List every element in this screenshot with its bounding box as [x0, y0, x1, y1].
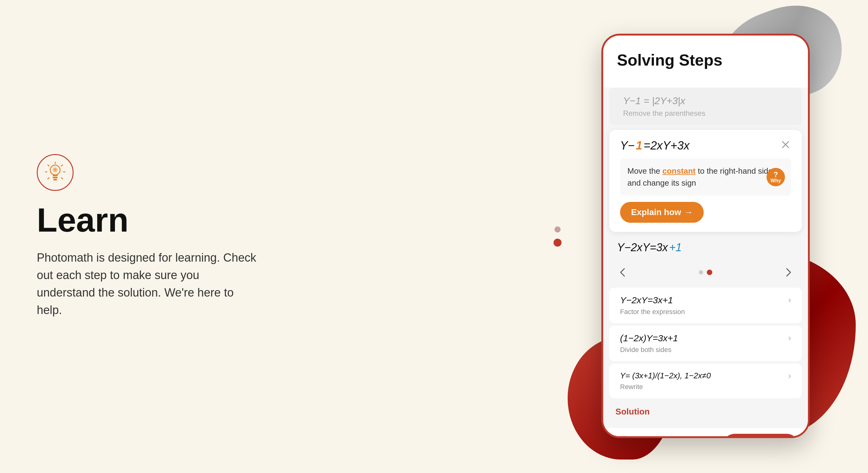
- eq-part-2: =2xY+3x: [644, 139, 690, 152]
- page-dot-1[interactable]: [699, 270, 703, 275]
- next-eq-part1: Y−2xY=3x: [617, 241, 668, 254]
- step-list-content-3: Y= (3x+1)/(1−2x), 1−2x≠0 Rewrite: [620, 371, 711, 391]
- page-title: Learn: [37, 203, 257, 237]
- close-icon: [781, 140, 790, 149]
- pagination-dots: [699, 270, 712, 275]
- chevron-icon-1: ›: [788, 295, 791, 305]
- step-equation-3: Y= (3x+1)/(1−2x), 1−2x≠0: [620, 371, 711, 380]
- next-eq-part2: +1: [669, 241, 682, 254]
- bulb-icon: [44, 162, 66, 183]
- step-equation-2: (1−2x)Y=3x+1: [620, 333, 678, 343]
- explanation-text: Move the constant to the right-hand side…: [627, 165, 784, 189]
- chevron-icon-2: ›: [788, 333, 791, 343]
- page-dot-2[interactable]: [707, 270, 712, 275]
- svg-rect-10: [53, 179, 57, 181]
- nav-arrows-row: [603, 260, 808, 285]
- step-list-item-3[interactable]: Y= (3x+1)/(1−2x), 1−2x≠0 Rewrite ›: [609, 364, 802, 398]
- prev-arrow-button[interactable]: [615, 265, 631, 280]
- explain-how-button[interactable]: Explain how →: [620, 202, 704, 223]
- phone-wrapper: Solving Steps Y−1 = |2Y+3|x Remove the p…: [592, 15, 819, 450]
- svg-line-7: [48, 178, 49, 179]
- constant-link[interactable]: constant: [662, 166, 695, 176]
- step-list-item-1[interactable]: Y−2xY=3x+1 Factor the expression ›: [609, 288, 802, 323]
- step-list-content-2: (1−2x)Y=3x+1 Divide both sides: [620, 333, 678, 354]
- page-description: Photomath is designed for learning. Chec…: [37, 249, 257, 319]
- left-content: Learn Photomath is designed for learning…: [37, 154, 257, 319]
- step-list-item-2[interactable]: (1−2x)Y=3x+1 Divide both sides ›: [609, 326, 802, 361]
- eq-highlight: 1: [636, 139, 643, 152]
- step-list-content-1: Y−2xY=3x+1 Factor the expression: [620, 295, 685, 316]
- svg-point-12: [54, 168, 57, 171]
- step-instruction-1: Factor the expression: [620, 308, 685, 316]
- svg-line-2: [61, 165, 63, 166]
- step-equation-1: Y−2xY=3x+1: [620, 295, 685, 306]
- active-step-card: Y− 1 =2xY+3x Move the constant to the ri…: [609, 130, 802, 232]
- svg-rect-9: [53, 177, 58, 178]
- solution-section: Solution: [603, 401, 808, 428]
- greyed-instruction: Remove the parentheses: [623, 109, 788, 118]
- eq-part-1: Y−: [620, 139, 635, 152]
- nav-dots: [554, 226, 561, 247]
- step-instruction-2: Divide both sides: [620, 346, 678, 354]
- solving-steps-title: Solving Steps: [617, 51, 794, 69]
- phone-frame: Solving Steps Y−1 = |2Y+3|x Remove the p…: [601, 34, 810, 438]
- svg-line-4: [61, 178, 63, 179]
- undo-button[interactable]: [612, 435, 634, 436]
- next-arrow-icon: [782, 267, 794, 278]
- prev-arrow-icon: [618, 267, 629, 278]
- svg-line-5: [48, 165, 49, 166]
- next-equation: Y−2xY=3x +1: [603, 235, 808, 260]
- phone-content: Solving Steps Y−1 = |2Y+3|x Remove the p…: [603, 35, 808, 436]
- explain-how-label: Explain how: [631, 208, 681, 217]
- why-badge[interactable]: ? Why: [767, 168, 785, 186]
- greyed-step: Y−1 = |2Y+3|x Remove the parentheses: [609, 88, 802, 125]
- active-equation: Y− 1 =2xY+3x: [620, 139, 791, 152]
- bulb-icon-container: [37, 154, 73, 191]
- explanation-before: Move the: [627, 166, 662, 176]
- close-button[interactable]: [780, 139, 791, 150]
- step-instruction-3: Rewrite: [620, 383, 711, 391]
- solving-header: Solving Steps: [603, 35, 808, 88]
- nav-dot-2[interactable]: [554, 239, 561, 247]
- next-step-button[interactable]: Next Step: [723, 434, 799, 436]
- why-label: Why: [771, 178, 781, 183]
- explanation-box: Move the constant to the right-hand side…: [620, 158, 791, 196]
- solution-label: Solution: [615, 407, 796, 417]
- explain-arrow: →: [684, 208, 693, 217]
- bottom-bar: Y= 3x+1 Next Step: [603, 428, 808, 436]
- nav-dot-1[interactable]: [554, 226, 561, 232]
- greyed-equation: Y−1 = |2Y+3|x: [623, 95, 788, 106]
- chevron-icon-3: ›: [788, 371, 791, 381]
- svg-rect-8: [53, 175, 58, 176]
- next-arrow-button[interactable]: [780, 265, 796, 280]
- why-question-mark: ?: [774, 171, 778, 178]
